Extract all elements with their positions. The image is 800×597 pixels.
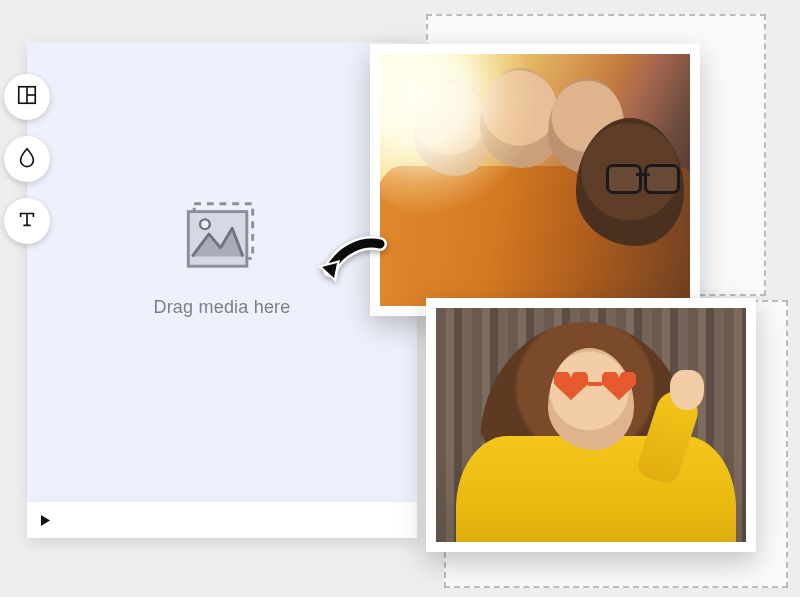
tool-rail: [4, 74, 50, 244]
media-thumbnail: [436, 308, 746, 542]
drop-icon: [16, 146, 38, 172]
text-icon: [16, 208, 38, 234]
background-tool-button[interactable]: [4, 136, 50, 182]
media-thumbnail: [380, 54, 690, 306]
text-tool-button[interactable]: [4, 198, 50, 244]
svg-rect-1: [188, 212, 247, 267]
svg-point-2: [200, 219, 210, 229]
timeline-bar: [27, 502, 417, 538]
drag-arrow-icon: [310, 232, 390, 302]
media-tile[interactable]: [426, 298, 756, 552]
media-tile[interactable]: [370, 44, 700, 316]
layout-icon: [16, 84, 38, 110]
layout-tool-button[interactable]: [4, 74, 50, 120]
dropzone-inner: Drag media here: [153, 197, 290, 318]
dropzone-label: Drag media here: [153, 297, 290, 318]
image-placeholder-icon: [183, 197, 261, 275]
play-button[interactable]: [37, 512, 53, 528]
